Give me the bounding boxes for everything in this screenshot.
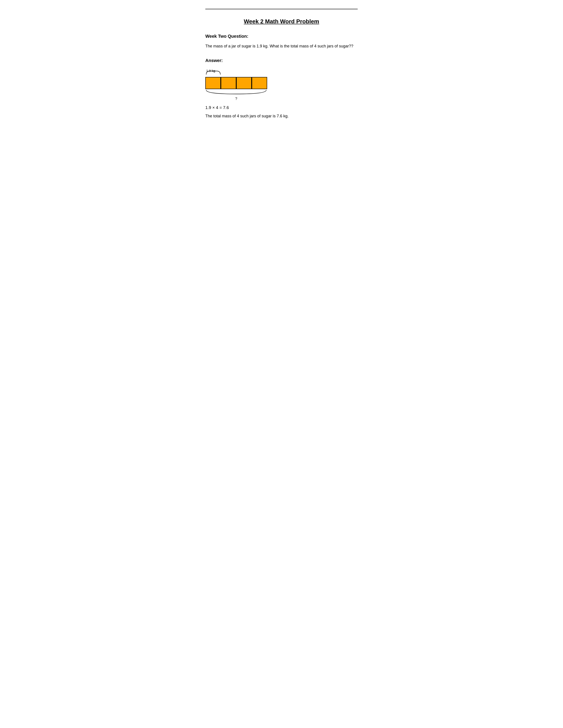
conclusion-text: The total mass of 4 such jars of sugar i… [205, 113, 358, 119]
bar-3 [236, 77, 252, 89]
question-heading: Week Two Question: [205, 34, 358, 39]
bottom-brace-area: ? [205, 89, 267, 101]
bottom-brace-svg [205, 89, 267, 95]
equation: 1.9 × 4 = 7.6 [205, 105, 358, 110]
top-rule [205, 9, 358, 9]
question-text: The mass of a jar of sugar is 1.9 kg. Wh… [205, 43, 358, 49]
page-title: Week 2 Math Word Problem [205, 18, 358, 25]
bar-model-diagram: 1.9 kg ? [205, 70, 267, 101]
bars-row [205, 77, 267, 89]
answer-section: Answer: 1.9 kg ? 1.9 × 4 = 7.6 The tot [205, 58, 358, 119]
bar-4 [252, 77, 267, 89]
bar-1 [205, 77, 221, 89]
answer-heading: Answer: [205, 58, 358, 63]
bottom-brace-label: ? [205, 97, 267, 101]
bar-2 [221, 77, 236, 89]
top-brace-label: 1.9 kg [206, 69, 215, 73]
